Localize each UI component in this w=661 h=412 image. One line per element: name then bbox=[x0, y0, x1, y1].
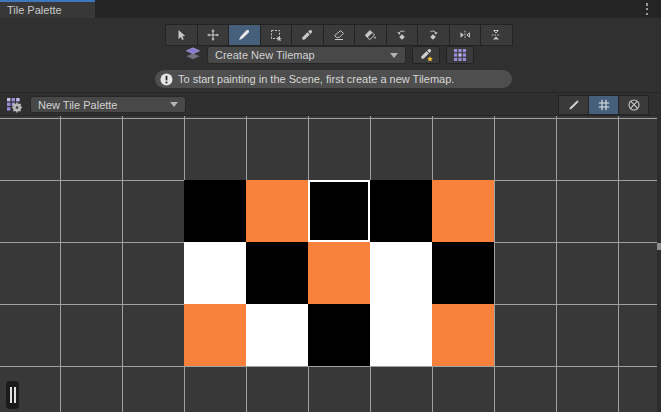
rotate-cw-tool-button[interactable] bbox=[418, 25, 450, 45]
palette-tile-black[interactable] bbox=[246, 242, 308, 304]
gear-icon bbox=[12, 102, 22, 112]
palette-tile-black[interactable] bbox=[308, 304, 370, 366]
tab-title: Tile Palette bbox=[7, 4, 62, 16]
warning-banner: To start painting in the Scene, first cr… bbox=[155, 70, 512, 88]
box-fill-tool-button[interactable] bbox=[261, 25, 293, 45]
eraser-icon bbox=[332, 28, 346, 42]
tile-palette-gear-icon bbox=[6, 97, 24, 113]
pencil-icon bbox=[567, 98, 581, 112]
focus-sphere-icon bbox=[627, 98, 641, 112]
pick-new-brush-button[interactable] bbox=[412, 46, 440, 64]
palette-tile-white[interactable] bbox=[370, 242, 432, 304]
palette-view-button-group bbox=[558, 95, 649, 115]
palette-tile-orange[interactable] bbox=[432, 180, 494, 242]
flip-x-icon bbox=[458, 28, 472, 42]
palette-dropdown[interactable]: New Tile Palette bbox=[30, 96, 186, 113]
tile-palette-window: Tile Palette bbox=[0, 0, 661, 412]
eyedropper-icon bbox=[300, 28, 314, 42]
palette-tile-white[interactable] bbox=[370, 304, 432, 366]
move-icon bbox=[206, 28, 220, 42]
palette-tile-black[interactable] bbox=[370, 180, 432, 242]
pick-tool-button[interactable] bbox=[292, 25, 324, 45]
exclamation-icon bbox=[160, 73, 173, 86]
palette-dropdown-value: New Tile Palette bbox=[38, 99, 117, 111]
palette-tile-black[interactable] bbox=[184, 180, 246, 242]
new-tilemap-grid-button[interactable] bbox=[446, 46, 474, 64]
tab-bar: Tile Palette bbox=[0, 0, 661, 18]
rotate-right-icon bbox=[426, 28, 440, 42]
palette-tile-white[interactable] bbox=[184, 242, 246, 304]
purple-tile-grid-icon bbox=[453, 48, 467, 62]
toolbar: Create New Tilemap bbox=[0, 18, 661, 92]
palette-tile-white[interactable] bbox=[246, 304, 308, 366]
grid-icon bbox=[597, 98, 611, 112]
rotate-left-icon bbox=[395, 28, 409, 42]
palette-tile-black-selected[interactable] bbox=[308, 180, 370, 242]
layers-icon bbox=[184, 46, 202, 62]
cursor-icon bbox=[174, 28, 188, 42]
palette-grid-canvas[interactable] bbox=[0, 116, 661, 412]
palette-tile-orange[interactable] bbox=[246, 180, 308, 242]
paint-brush-tool-button[interactable] bbox=[229, 25, 261, 45]
palette-tile-black[interactable] bbox=[432, 242, 494, 304]
tool-button-group bbox=[165, 24, 513, 46]
chevron-down-icon bbox=[390, 53, 398, 58]
edit-palette-button[interactable] bbox=[559, 96, 589, 114]
palette-tile-orange[interactable] bbox=[308, 242, 370, 304]
active-tilemap-dropdown[interactable]: Create New Tilemap bbox=[207, 46, 406, 64]
tab-tile-palette[interactable]: Tile Palette bbox=[0, 0, 95, 18]
gizmo-focus-button[interactable] bbox=[619, 96, 648, 114]
eyedropper-star-icon bbox=[419, 48, 434, 63]
active-tilemap-value: Create New Tilemap bbox=[215, 49, 315, 61]
warning-text: To start painting in the Scene, first cr… bbox=[178, 73, 454, 85]
kebab-menu-icon[interactable] bbox=[643, 3, 651, 15]
palette-tile-orange[interactable] bbox=[184, 304, 246, 366]
panel-drag-handle[interactable] bbox=[6, 381, 19, 409]
palette-tile-orange[interactable] bbox=[432, 304, 494, 366]
box-select-icon bbox=[269, 28, 283, 42]
chevron-down-icon bbox=[170, 102, 178, 107]
rotate-ccw-tool-button[interactable] bbox=[387, 25, 419, 45]
right-edge-strip bbox=[657, 116, 661, 412]
flip-y-icon bbox=[489, 28, 503, 42]
erase-tool-button[interactable] bbox=[324, 25, 356, 45]
grid-toggle-button[interactable] bbox=[589, 96, 619, 114]
move-tool-button[interactable] bbox=[198, 25, 230, 45]
flip-vertical-tool-button[interactable] bbox=[481, 25, 512, 45]
vertical-scrollbar-thumb[interactable] bbox=[657, 243, 661, 250]
flip-horizontal-tool-button[interactable] bbox=[450, 25, 482, 45]
flood-fill-tool-button[interactable] bbox=[355, 25, 387, 45]
brush-icon bbox=[237, 28, 251, 42]
select-tool-button[interactable] bbox=[166, 25, 198, 45]
palette-bar: New Tile Palette bbox=[0, 92, 661, 116]
paint-bucket-icon bbox=[363, 28, 377, 42]
